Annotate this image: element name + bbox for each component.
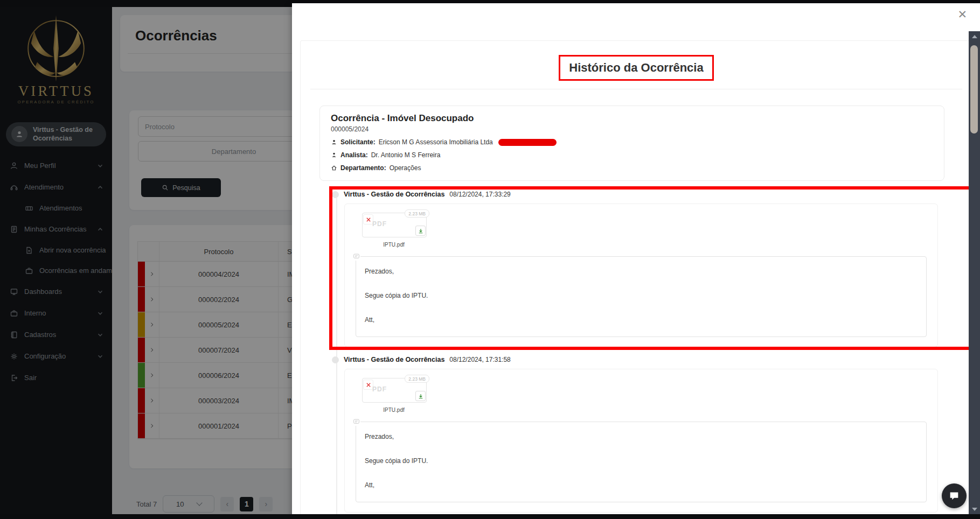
download-icon[interactable] [415, 226, 426, 236]
history-entry-card: PDF 2.23 MB IPTU.pdf Prezados,Segue cópi… [344, 204, 938, 347]
analista-value: Dr. Antonio M S Ferreira [371, 151, 441, 159]
modal-divider [310, 89, 962, 89]
scroll-down-arrow-icon[interactable] [972, 508, 977, 511]
attachment-size-badge: 2.23 MB [405, 209, 429, 218]
history-timestamp: 08/12/2024, 17:33:29 [449, 191, 510, 198]
attachment-tile[interactable]: PDF 2.23 MB [362, 213, 427, 237]
history-entry: Virttus - Gestão de Ocorrências 08/12/20… [332, 191, 955, 347]
message-line: Segue cópia do IPTU. [365, 292, 918, 299]
analista-line: Analista: Dr. Antonio M S Ferreira [331, 151, 933, 159]
history-modal-body: Histórico da Ocorrência Ocorrência - Imó… [300, 40, 972, 519]
quote-icon [353, 418, 360, 426]
close-icon[interactable]: ✕ [957, 9, 967, 20]
download-icon[interactable] [415, 391, 426, 401]
solicitante-label: Solicitante: [340, 138, 376, 146]
attachment-tile[interactable]: PDF 2.23 MB [362, 378, 427, 403]
attachment-filename: IPTU.pdf [362, 407, 426, 413]
timeline-dot [332, 191, 339, 198]
chat-bubble-button[interactable] [942, 483, 967, 508]
quote-icon [353, 253, 360, 261]
attachment-type-label: PDF [372, 385, 387, 393]
history-author: Virttus - Gestão de Ocorrências [344, 191, 444, 198]
chat-bubble-icon [948, 490, 960, 502]
history-author: Virttus - Gestão de Ocorrências [344, 356, 444, 363]
scrollbar-thumb[interactable] [970, 45, 978, 134]
occurrence-details-card: Ocorrência - Imóvel Desocupado 000005/20… [319, 106, 944, 181]
redaction-highlight [498, 139, 557, 146]
message-line: Segue cópia do IPTU. [365, 457, 918, 465]
departamento-label: Departamento: [340, 164, 386, 172]
attachment-size-badge: 2.23 MB [405, 375, 429, 383]
solicitante-line: Solicitante: Ericson M G Assessoria Imob… [331, 138, 933, 146]
occurrence-protocol: 000005/2024 [331, 125, 933, 133]
scrollbar-track[interactable] [969, 31, 980, 514]
timeline-dot [332, 356, 339, 363]
scroll-up-arrow-icon[interactable] [972, 35, 977, 38]
departamento-line: Departamento: Operações [331, 164, 933, 172]
window-bottom-strip [0, 514, 980, 519]
analista-label: Analista: [340, 151, 368, 159]
attachment: PDF 2.23 MB IPTU.pdf [362, 213, 427, 248]
history-entry: Virttus - Gestão de Ocorrências 08/12/20… [332, 356, 955, 513]
app-window: VIRTTUS OPERADORA DE CRÉDITO Virttus - G… [0, 0, 980, 519]
history-entry-card: PDF 2.23 MB IPTU.pdf Prezados,Segue cópi… [344, 369, 938, 513]
history-timeline: Virttus - Gestão de Ocorrências 08/12/20… [301, 191, 972, 519]
attachment-filename: IPTU.pdf [362, 242, 426, 248]
message-line: Prezados, [365, 268, 918, 275]
message-line: Att, [365, 316, 918, 324]
occurrence-title: Ocorrência - Imóvel Desocupado [331, 113, 933, 124]
message-line: Att, [365, 481, 918, 489]
departamento-value: Operações [390, 164, 421, 172]
history-timestamp: 08/12/2024, 17:31:58 [449, 356, 510, 363]
attachment: PDF 2.23 MB IPTU.pdf [362, 378, 427, 413]
person-icon [331, 139, 337, 145]
message-line: Prezados, [365, 433, 918, 440]
attachment-type-label: PDF [372, 220, 387, 228]
person-badge-icon [331, 152, 337, 158]
message-box: Prezados,Segue cópia do IPTU.Att, [356, 256, 927, 337]
home-icon [331, 165, 337, 171]
message-box: Prezados,Segue cópia do IPTU.Att, [356, 422, 927, 502]
solicitante-value: Ericson M G Assessoria Imobiliária Ltda [379, 138, 493, 146]
modal-title: Histórico da Ocorrência [559, 55, 713, 81]
history-modal: ✕ Histórico da Ocorrência Ocorrência - I… [292, 3, 980, 519]
